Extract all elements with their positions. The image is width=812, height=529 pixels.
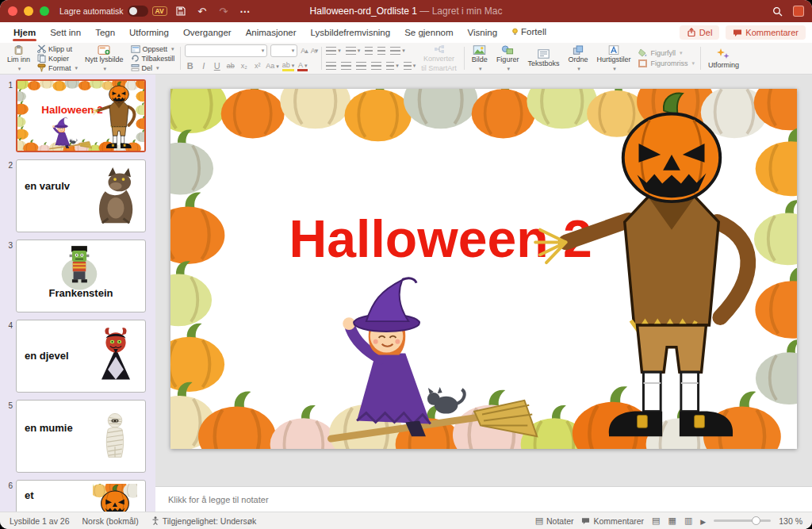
tab-animasjoner[interactable]: Animasjoner	[239, 24, 304, 42]
werewolf-image	[93, 166, 139, 226]
slide-thumbnail-4[interactable]: en djevel	[16, 320, 146, 393]
clipboard-icon	[13, 45, 25, 55]
format-painter-button[interactable]: Format	[36, 63, 79, 72]
slide-counter: Lysbilde 1 av 26	[10, 516, 70, 526]
zoom-slider[interactable]	[714, 519, 771, 522]
traffic-lights	[8, 6, 49, 16]
comments-toggle[interactable]: Kommentarer	[581, 516, 644, 526]
tab-overganger[interactable]: Overganger	[176, 24, 239, 42]
more-commands-icon[interactable]	[237, 4, 253, 18]
ribbon-toolbar: Lim inn Klipp ut Kopier Format Nytt lysb…	[0, 43, 812, 75]
language-indicator[interactable]: Norsk (bokmål)	[82, 516, 139, 526]
textbox-button[interactable]: Tekstboks	[524, 44, 562, 72]
font-color-button[interactable]: A	[297, 61, 308, 71]
slide-thumbnail-5[interactable]: en mumie	[16, 400, 146, 473]
accessibility-icon	[151, 516, 159, 525]
align-left-button[interactable]	[326, 62, 336, 70]
notes-toggle[interactable]: Notater	[535, 516, 574, 526]
tab-se-gjennom[interactable]: Se gjennom	[397, 24, 460, 42]
font-size-select[interactable]	[270, 44, 297, 57]
slideshow-button[interactable]	[700, 516, 706, 526]
shape-outline-button[interactable]: Figuromriss	[636, 59, 696, 68]
columns-button[interactable]	[386, 62, 399, 70]
status-bar: Lysbilde 1 av 26 Norsk (bokmål) Tilgjeng…	[0, 512, 812, 529]
layout-button[interactable]: Oppsett	[129, 44, 177, 53]
italic-button[interactable]: I	[198, 61, 209, 71]
design-ideas-button[interactable]: Utforming	[705, 44, 742, 72]
increase-font-button[interactable]	[301, 47, 308, 55]
fill-bucket-icon	[638, 48, 648, 58]
shapes-button[interactable]: Figurer	[493, 44, 523, 72]
strikethrough-button[interactable]: ab	[225, 62, 236, 70]
section-icon	[131, 63, 140, 72]
decrease-font-button[interactable]	[311, 47, 318, 55]
document-title: Halloween-ord_Ordliste 1 — Lagret i min …	[310, 6, 503, 17]
bullets-button[interactable]	[326, 47, 341, 55]
shape-fill-button[interactable]: Figurfyll	[636, 48, 696, 58]
normal-view-button[interactable]	[652, 516, 660, 526]
tab-tegn[interactable]: Tegn	[88, 24, 122, 42]
redo-icon[interactable]	[216, 4, 232, 18]
zoom-level[interactable]: 130 %	[779, 516, 802, 526]
decrease-indent-button[interactable]	[365, 47, 373, 55]
tab-lysbildefremvisning[interactable]: Lysbildefremvisning	[304, 24, 398, 42]
devil-image	[94, 327, 137, 384]
tab-utforming[interactable]: Utforming	[122, 24, 176, 42]
paste-button[interactable]: Lim inn	[4, 44, 33, 72]
justify-button[interactable]	[371, 62, 381, 70]
line-spacing-button[interactable]	[390, 47, 405, 55]
reading-view-button[interactable]	[684, 516, 692, 526]
underline-button[interactable]: U	[212, 61, 222, 71]
picture-button[interactable]: Bilde	[469, 44, 491, 72]
highlight-button[interactable]: ab	[282, 61, 295, 71]
text-direction-button[interactable]	[404, 62, 416, 70]
comment-icon	[581, 517, 590, 525]
numbering-button[interactable]	[346, 47, 361, 55]
tab-visning[interactable]: Visning	[461, 24, 505, 42]
increase-indent-button[interactable]	[377, 47, 385, 55]
new-slide-button[interactable]: Nytt lysbilde	[82, 44, 127, 72]
slide-thumbnail-6[interactable]: et	[16, 480, 146, 512]
paintbrush-icon	[37, 63, 46, 72]
undo-icon[interactable]	[194, 4, 210, 18]
reset-button[interactable]: Tilbakestill	[129, 54, 177, 63]
slide-thumbnail-2[interactable]: en varulv	[16, 159, 146, 232]
section-button[interactable]: Del	[129, 63, 177, 72]
search-icon[interactable]	[769, 4, 785, 18]
change-case-button[interactable]: Aa	[266, 62, 279, 70]
minimize-window-button[interactable]	[24, 6, 33, 16]
arrange-button[interactable]: Ordne	[565, 44, 591, 72]
save-icon[interactable]	[173, 4, 189, 18]
cut-button[interactable]: Klipp ut	[36, 44, 79, 53]
powerpoint-window: Halloween 2	[0, 0, 812, 529]
mummy-image	[98, 405, 132, 467]
close-window-button[interactable]	[8, 6, 17, 16]
smartart-button[interactable]: Konvertertil SmartArt	[418, 44, 460, 72]
slide-sorter-view-button[interactable]	[668, 516, 676, 526]
share-button[interactable]: Del	[680, 25, 720, 40]
align-center-button[interactable]	[341, 62, 351, 70]
tab-fortell[interactable]: Fortell	[504, 23, 553, 42]
font-name-select[interactable]	[185, 44, 267, 57]
tab-sett-inn[interactable]: Sett inn	[43, 24, 88, 42]
slide-thumbnail-1[interactable]	[16, 79, 146, 152]
quick-styles-button[interactable]: Hurtigstiler	[593, 44, 634, 72]
autosave-toggle[interactable]	[128, 6, 148, 17]
bold-button[interactable]: B	[185, 61, 195, 71]
notes-pane[interactable]: Klikk for å legge til notater	[155, 486, 812, 512]
align-right-button[interactable]	[356, 62, 366, 70]
slide-thumbnail-3[interactable]: Frankenstein	[16, 240, 146, 312]
tab-hjem[interactable]: Hjem	[6, 24, 43, 42]
comment-icon	[733, 29, 742, 37]
toggle-knob	[129, 7, 137, 15]
accessibility-check[interactable]: Tilgjengelighet: Undersøk	[151, 516, 257, 526]
copy-button[interactable]: Kopier	[36, 54, 79, 63]
fullscreen-window-button[interactable]	[40, 6, 49, 16]
subscript-button[interactable]: x₂	[239, 62, 249, 70]
slide-canvas[interactable]	[170, 89, 797, 449]
zoom-slider-knob[interactable]	[752, 516, 760, 525]
app-badge-icon[interactable]	[793, 6, 804, 17]
comments-button[interactable]: Kommentarer	[726, 25, 806, 40]
superscript-button[interactable]: x²	[252, 62, 262, 70]
notes-icon	[535, 516, 543, 526]
